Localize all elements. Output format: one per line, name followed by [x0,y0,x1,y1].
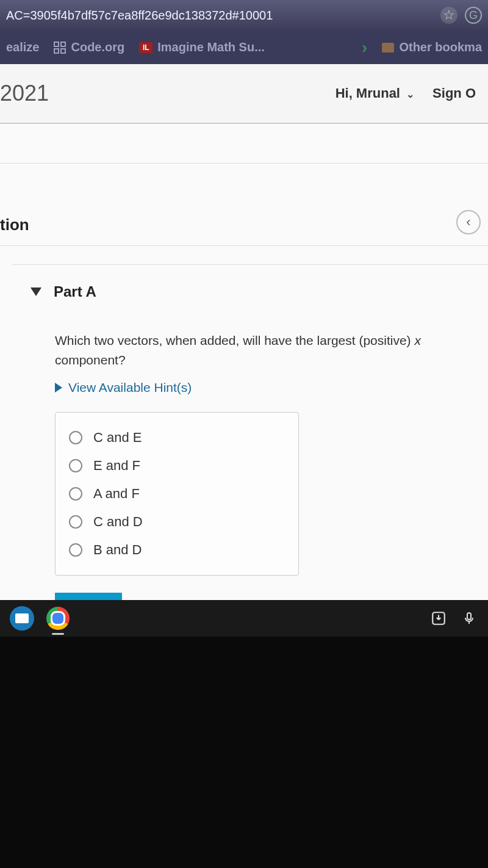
view-hints-button[interactable]: View Available Hint(s) [55,380,470,395]
chrome-app-icon[interactable] [46,607,70,630]
profile-icon[interactable]: G [465,7,482,24]
option-c-and-d[interactable]: C and D [69,508,285,536]
question-variable: x [414,333,421,347]
desk-area [0,637,488,868]
option-label: E and F [93,458,140,474]
svg-rect-5 [467,613,471,620]
question-suffix: component? [55,353,126,367]
radio-icon [69,431,82,444]
chevron-down-icon: ⌄ [406,89,414,99]
option-a-and-f[interactable]: A and F [69,480,285,508]
bookmark-star-icon[interactable]: ☆ [440,7,458,24]
chevron-left-icon: ‹ [466,214,470,230]
other-bookmarks-label: Other bookma [399,40,482,54]
expand-icon [55,383,62,392]
section-label: tion [0,215,29,234]
question-text: Which two vectors, when added, will have… [55,331,470,369]
content-area: Part A Which two vectors, when added, wi… [0,246,488,600]
folder-icon [382,43,394,52]
option-label: C and E [93,430,142,446]
nav-prev-button[interactable]: ‹ [456,210,481,234]
radio-icon [69,543,82,557]
svg-rect-2 [54,49,59,53]
files-app-icon[interactable] [10,606,34,631]
option-b-and-d[interactable]: B and D [69,536,285,564]
user-greeting[interactable]: Hi, Mrunal ⌄ [336,85,414,101]
bookmark-imagine-math[interactable]: IL Imagine Math Su... [139,40,265,54]
answer-options: C and E E and F A and F C and D B and D [55,412,299,576]
radio-icon [69,459,82,472]
part-label: Part A [54,283,96,300]
svg-rect-0 [54,42,59,46]
spacer [0,124,488,164]
option-label: A and F [93,486,140,502]
taskbar [0,600,488,637]
svg-rect-1 [61,42,65,46]
option-label: C and D [93,514,143,530]
download-tray-icon[interactable] [429,609,448,627]
url-text: AC=3905f4b7df57c7ea8ff26e9dc138372d#1000… [6,9,434,23]
radio-icon [69,515,82,529]
option-c-and-e[interactable]: C and E [69,424,285,452]
bookmark-realize[interactable]: ealize [6,40,39,54]
il-icon: IL [139,42,152,53]
part-header[interactable]: Part A [12,283,488,300]
page-header: 2021 Hi, Mrunal ⌄ Sign O [0,64,488,124]
question-block: Which two vectors, when added, will have… [12,331,488,621]
course-year: 2021 [0,81,49,106]
bookmarks-more-icon[interactable]: › [362,38,367,57]
bookmark-codeorg-label: Code.org [71,40,124,54]
radio-icon [69,487,82,501]
active-indicator [52,633,64,635]
bookmark-realize-label: ealize [6,40,39,54]
sign-out-link[interactable]: Sign O [432,85,476,101]
browser-url-bar: AC=3905f4b7df57c7ea8ff26e9dc138372d#1000… [0,0,488,31]
collapse-icon [30,288,41,296]
bookmarks-bar: ealize Code.org IL Imagine Math Su... › … [0,31,488,64]
question-prefix: Which two vectors, when added, will have… [55,333,414,347]
grid-icon [54,42,66,54]
option-label: B and D [93,542,142,558]
section-header: tion ‹ [0,164,488,246]
svg-rect-3 [61,49,65,53]
hints-label: View Available Hint(s) [68,380,192,395]
microphone-tray-icon[interactable] [460,609,478,627]
greeting-text: Hi, Mrunal [336,85,400,101]
bookmark-codeorg[interactable]: Code.org [54,40,124,54]
other-bookmarks[interactable]: Other bookma [382,40,482,54]
files-inner-icon [15,613,29,623]
option-e-and-f[interactable]: E and F [69,452,285,480]
bookmark-imagine-math-label: Imagine Math Su... [157,40,265,54]
